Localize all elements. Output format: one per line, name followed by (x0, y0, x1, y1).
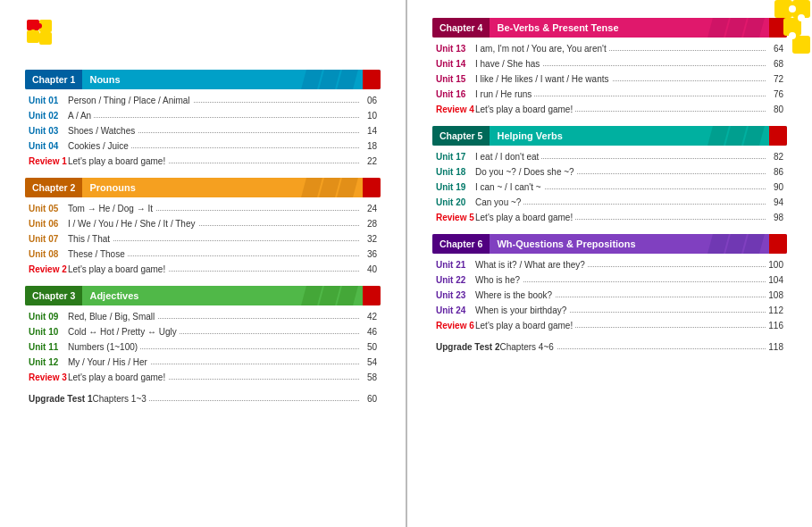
unit-page: 112 (766, 305, 783, 315)
unit-row: Unit 18Do you ~? / Does she ~?86 (432, 164, 787, 180)
unit-label: Unit 23 (436, 290, 475, 300)
page-divider (406, 0, 407, 527)
unit-page: 94 (766, 197, 783, 207)
unit-content-text: I run / He runs (475, 89, 534, 99)
unit-page: 108 (766, 290, 783, 300)
chapter-decoration-ch2 (304, 178, 361, 197)
unit-label: Unit 05 (29, 204, 68, 213)
unit-content-text: I / We / You / He / She / It / They (68, 219, 198, 229)
chapter-header-ch5: Chapter 5Helping Verbs (432, 126, 787, 146)
chapter-header-ch2: Chapter 2Pronouns (25, 178, 381, 197)
chapter-label-ch3: Chapter 3 (25, 286, 82, 305)
unit-content-text: I like / He likes / I want / He wants (475, 74, 612, 84)
unit-content: I eat / I don't eat (475, 152, 766, 162)
review-content: Let's play a board game! (68, 264, 359, 274)
left-page: Chapter 1NounsUnit 01Person / Thing / Pl… (0, 0, 406, 527)
upgrade-content-text: Chapters 1~3 (93, 394, 149, 404)
unit-content: Where is the book? (475, 290, 766, 300)
right-page: Chapter 4Be-Verbs & Present TenseUnit 13… (406, 0, 812, 527)
unit-row: Unit 20Can you ~?94 (432, 195, 787, 210)
unit-row: Unit 08These / Those36 (25, 247, 381, 262)
unit-content-text: Where is the book? (475, 290, 555, 300)
unit-content-text: Cold ↔ Hot / Pretty ↔ Ugly (68, 327, 180, 337)
unit-content: Who is he? (475, 275, 766, 285)
unit-content: Can you ~? (475, 197, 766, 207)
unit-page: 104 (766, 275, 783, 285)
unit-content-text: Shoes / Watches (68, 126, 138, 136)
unit-content-text: What is it? / What are they? (475, 260, 588, 270)
unit-row: Unit 06I / We / You / He / She / It / Th… (25, 216, 381, 231)
unit-label: Unit 21 (436, 260, 475, 270)
review-row: Review 5Let's play a board game!98 (432, 210, 787, 225)
upgrade-test-1: Upgrade Test 1Chapters 1~360 (25, 394, 381, 404)
chapter-decoration-ch3 (304, 286, 361, 305)
deco-stripe (743, 126, 765, 146)
unit-label: Unit 10 (29, 327, 68, 337)
unit-label: Unit 02 (29, 111, 68, 121)
unit-label: Unit 17 (436, 152, 475, 162)
left-chapters: Chapter 1NounsUnit 01Person / Thing / Pl… (25, 70, 381, 385)
review-content: Let's play a board game! (475, 321, 766, 330)
upgrade-content: Chapters 4~6 (500, 342, 766, 352)
chapter-corner (769, 234, 787, 254)
unit-page: 10 (359, 111, 377, 121)
unit-row: Unit 10Cold ↔ Hot / Pretty ↔ Ugly46 (25, 324, 381, 339)
unit-content-text: Cookies / Juice (68, 141, 131, 151)
unit-label: Unit 24 (436, 305, 475, 315)
review-row: Review 1Let's play a board game!22 (25, 154, 381, 169)
unit-label: Unit 16 (436, 89, 475, 99)
chapter-title-ch6: Wh-Questions & Prepositions (490, 234, 710, 254)
upgrade-label: Upgrade Test 1 (29, 394, 93, 404)
chapter-header-ch4: Chapter 4Be-Verbs & Present Tense (432, 18, 787, 38)
unit-row: Unit 01Person / Thing / Place / Animal06 (25, 93, 381, 108)
contents-header (25, 18, 381, 55)
puzzle-icon (25, 18, 63, 55)
unit-row: Unit 11Numbers (1~100)50 (25, 339, 381, 355)
chapter-corner (769, 126, 787, 146)
unit-content: I am, I'm not / You are, You aren't (475, 44, 766, 54)
unit-content-text: I eat / I don't eat (475, 152, 541, 162)
unit-content: I can ~ / I can't ~ (475, 182, 766, 192)
unit-content: I / We / You / He / She / It / They (68, 219, 359, 229)
unit-page: 90 (766, 182, 783, 192)
unit-page: 50 (359, 342, 377, 352)
unit-page: 54 (359, 357, 377, 367)
unit-label: Unit 07 (29, 234, 68, 244)
unit-content: Shoes / Watches (68, 126, 359, 136)
unit-row: Unit 22Who is he?104 (432, 272, 787, 288)
unit-content-text: A / An (68, 111, 94, 121)
chapter-decoration-ch5 (710, 126, 767, 146)
unit-page: 06 (359, 96, 377, 105)
unit-page: 76 (766, 89, 783, 99)
unit-label: Unit 20 (436, 197, 475, 207)
review-label: Review 5 (436, 213, 475, 222)
review-row: Review 3Let's play a board game!58 (25, 370, 381, 385)
upgrade-test-2: Upgrade Test 2Chapters 4~6118 (432, 342, 787, 352)
review-label: Review 6 (436, 321, 475, 330)
unit-label: Unit 12 (29, 357, 68, 367)
right-chapters: Chapter 4Be-Verbs & Present TenseUnit 13… (432, 18, 787, 333)
unit-content: Cookies / Juice (68, 141, 359, 151)
review-page: 40 (359, 264, 377, 274)
review-content-text: Let's play a board game! (475, 105, 575, 114)
chapter-decoration-ch6 (710, 234, 767, 254)
unit-content: Tom → He / Dog → It (68, 204, 359, 213)
review-label: Review 3 (29, 372, 68, 382)
chapter-corner (363, 286, 381, 305)
review-content-text: Let's play a board game! (475, 321, 575, 330)
unit-content-text: These / Those (68, 249, 128, 259)
review-label: Review 1 (29, 156, 68, 166)
unit-row: Unit 12My / Your / His / Her54 (25, 355, 381, 370)
unit-row: Unit 24When is your birthday?112 (432, 303, 787, 318)
unit-page: 24 (359, 204, 377, 213)
unit-label: Unit 01 (29, 96, 68, 105)
deco-stripe (337, 70, 358, 89)
deco-stripe (743, 234, 765, 254)
unit-content: I like / He likes / I want / He wants (475, 74, 766, 84)
unit-label: Unit 09 (29, 312, 68, 322)
chapter-title-ch4: Be-Verbs & Present Tense (490, 18, 710, 38)
unit-page: 18 (359, 141, 377, 151)
unit-row: Unit 14I have / She has68 (432, 56, 787, 71)
unit-content: When is your birthday? (475, 305, 766, 315)
unit-label: Unit 03 (29, 126, 68, 136)
